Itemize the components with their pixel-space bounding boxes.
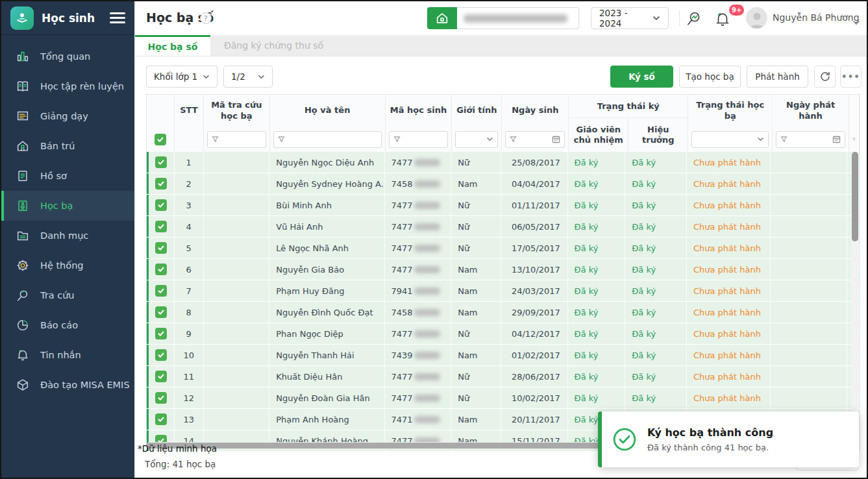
school-name-field[interactable]	[457, 7, 579, 29]
avatar[interactable]	[746, 7, 767, 29]
cell-principal-sign-status: Đã ký	[625, 280, 687, 301]
sidebar-item-5[interactable]: Học bạ	[1, 191, 134, 221]
row-checkbox[interactable]	[155, 178, 167, 190]
main-area: Học bạ số ? 2023 - 2024	[134, 1, 868, 478]
gender-filter-select[interactable]	[455, 131, 498, 148]
sidebar-item-11[interactable]: Đào tạo MISA EMIS	[1, 370, 134, 400]
help-icon[interactable]: ?	[200, 12, 212, 24]
cell-principal-sign-status: Đã ký	[625, 345, 687, 365]
insights-search-icon[interactable]	[684, 9, 704, 29]
cell-principal-sign-status: Đã ký	[625, 387, 687, 408]
cell-publish-date	[771, 387, 847, 408]
tab-dang-ky-chung-thu-so[interactable]: Đăng ký chứng thư số	[210, 35, 337, 56]
row-checkbox[interactable]	[155, 392, 167, 404]
row-checkbox[interactable]	[155, 156, 167, 168]
column-header-dob: Ngày sinh	[502, 95, 569, 152]
vertical-scrollbar[interactable]	[851, 152, 859, 442]
table-row[interactable]: 3Bùi Minh Anh7477Nữ01/11/2017Đã kýĐã kýC…	[147, 195, 860, 215]
table-row[interactable]: 1Nguyễn Ngọc Diệu Anh7477Nữ25/08/2017Đã …	[147, 152, 860, 173]
sidebar-item-7[interactable]: Hệ thống	[1, 251, 134, 280]
school-selector[interactable]	[427, 7, 579, 29]
row-checkbox[interactable]	[155, 306, 167, 318]
publish-button[interactable]: Phát hành	[747, 66, 808, 88]
row-checkbox[interactable]	[155, 221, 167, 232]
cell-record-status: Chưa phát hành	[687, 238, 771, 258]
table-row[interactable]: 7Phạm Huy Đăng7941Nam24/03/2017Đã kýĐã k…	[147, 280, 860, 301]
check-icon	[157, 373, 165, 380]
row-checkbox[interactable]	[155, 199, 167, 211]
row-checkbox[interactable]	[155, 349, 167, 361]
cell-full-name: Nguyễn Thanh Hải	[269, 345, 384, 365]
student-code-prefix: 7477	[391, 372, 413, 382]
cell-full-name: Vũ Hải Anh	[269, 216, 384, 237]
cell-full-name: Nguyễn Đoàn Gia Hân	[269, 387, 384, 408]
bell-icon	[15, 347, 31, 363]
cell-lookup-code	[204, 280, 270, 301]
sidebar-menu: Tổng quanHọc tập rèn luyệnGiảng dạyBán t…	[1, 35, 134, 400]
grade-filter-select[interactable]: Khối lớp 1	[146, 66, 217, 88]
full-name-filter-input[interactable]	[273, 131, 382, 148]
student-code-filter-input[interactable]	[389, 131, 449, 148]
column-label: STT	[175, 95, 203, 127]
cell-record-status: Chưa phát hành	[687, 259, 771, 280]
cell-lookup-code	[204, 409, 270, 430]
table-row[interactable]: 8Nguyễn Đình Quốc Đạt7458Nam29/09/2017Đã…	[147, 302, 860, 323]
sidebar-item-2[interactable]: Giảng dạy	[1, 101, 134, 131]
cell-principal-sign-status: Đã ký	[625, 152, 687, 173]
dob-filter-input[interactable]	[505, 131, 565, 148]
row-checkbox[interactable]	[155, 413, 167, 425]
select-all-checkbox[interactable]	[155, 134, 166, 145]
column-label: Họ và tên	[270, 95, 385, 127]
row-checkbox[interactable]	[155, 371, 167, 382]
tab-hoc-ba-so[interactable]: Học bạ số	[135, 35, 210, 56]
table-row[interactable]: 5Lê Ngọc Nhã Anh7477Nữ17/05/2017Đã kýĐã …	[147, 238, 860, 258]
refresh-icon	[819, 71, 831, 82]
student-code-redacted	[414, 416, 440, 423]
row-checkbox[interactable]	[155, 285, 167, 297]
table-row[interactable]: 2Nguyễn Sydney Hoàng A...7458Nam04/04/20…	[147, 173, 860, 194]
create-record-button[interactable]: Tạo học bạ	[679, 66, 741, 88]
sidebar-item-3[interactable]: Bán trú	[1, 131, 134, 161]
sidebar-item-0[interactable]: Tổng quan	[1, 42, 134, 71]
student-code-redacted	[414, 223, 440, 230]
publish-date-filter-input[interactable]	[776, 131, 845, 148]
cell-student-code: 7477	[385, 152, 452, 173]
row-checkbox[interactable]	[155, 264, 167, 275]
table-row[interactable]: 4Vũ Hải Anh7477Nữ06/05/2017Đã kýĐã kýChư…	[147, 216, 860, 237]
cell-full-name: Phạm Huy Đăng	[269, 280, 384, 301]
cell-teacher-sign-status: Đã ký	[568, 366, 626, 387]
column-label	[849, 95, 859, 127]
table-row[interactable]: 9Phan Ngọc Diệp7477Nữ04/12/2017Đã kýĐã k…	[147, 323, 860, 344]
chevron-down-icon	[486, 137, 493, 141]
cell-publish-date	[771, 302, 847, 323]
sign-button[interactable]: Ký số	[610, 66, 673, 88]
class-filter-select[interactable]: 1/2	[223, 66, 273, 88]
more-actions-button[interactable]: •••	[840, 66, 862, 88]
table-row[interactable]: 12Nguyễn Đoàn Gia Hân7477Nữ10/02/2017Đã …	[147, 387, 860, 408]
row-checkbox[interactable]	[155, 242, 167, 254]
sidebar-item-9[interactable]: Báo cáo	[1, 310, 134, 340]
cell-gender: Nam	[451, 259, 501, 280]
sidebar-item-1[interactable]: Học tập rèn luyện	[1, 71, 134, 101]
lookup-code-filter-input[interactable]	[207, 131, 266, 148]
cell-record-status: Chưa phát hành	[687, 366, 771, 387]
user-name[interactable]: Nguyễn Bá Phương	[773, 12, 860, 23]
sidebar-item-4[interactable]: Hồ sơ	[1, 161, 134, 191]
sidebar-item-6[interactable]: Danh mục	[1, 221, 134, 251]
school-home-icon[interactable]	[427, 7, 457, 29]
table-row[interactable]: 10Nguyễn Thanh Hải7439Nam01/02/2017Đã ký…	[147, 345, 860, 365]
row-checkbox[interactable]	[155, 328, 167, 339]
table-row[interactable]: 11Khuất Diệu Hân7477Nữ28/06/2017Đã kýĐã …	[147, 366, 860, 387]
refresh-button[interactable]	[814, 66, 836, 88]
menu-toggle-icon[interactable]	[110, 12, 125, 23]
whiteboard-icon	[15, 108, 31, 124]
vertical-scrollbar-thumb[interactable]	[852, 152, 858, 241]
sidebar-item-8[interactable]: Tra cứu	[1, 280, 134, 310]
user-chevron-down-icon[interactable]	[852, 16, 860, 28]
check-icon	[157, 223, 165, 230]
record-status-filter-select[interactable]	[691, 131, 769, 148]
school-year-value: 2023 - 2024	[599, 8, 652, 29]
table-row[interactable]: 6Nguyễn Gia Bảo7477Nam13/10/2017Đã kýĐã …	[147, 259, 860, 280]
sidebar-item-10[interactable]: Tin nhắn	[1, 340, 134, 370]
school-year-select[interactable]: 2023 - 2024	[591, 7, 669, 29]
